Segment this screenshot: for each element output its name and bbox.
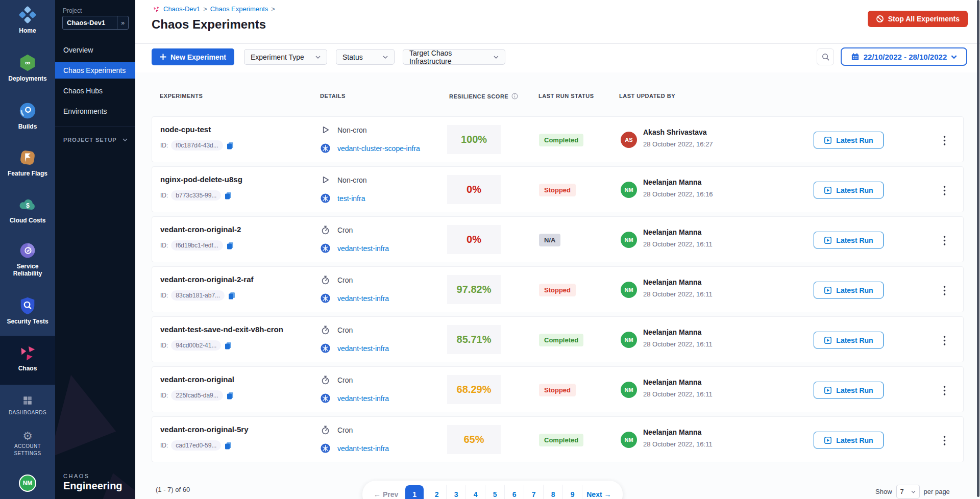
page-button-2[interactable]: 2 [427, 485, 446, 499]
resilience-score-value: 0% [467, 184, 481, 195]
latest-run-button[interactable]: Latest Run [814, 282, 884, 298]
infrastructure-link[interactable]: test-infra [337, 194, 365, 203]
expand-sidebar-button[interactable]: » [117, 16, 128, 29]
experiment-name[interactable]: nginx-pod-delete-u8sg [160, 175, 242, 184]
schedule-type: Cron [337, 276, 353, 284]
date-range-button[interactable]: 22/10/2022 - 28/10/2022 [841, 47, 967, 66]
experiment-row[interactable]: vedant-test-save-nd-exit-v8h-cron ID: 94… [152, 316, 964, 362]
module-label: Deployments [0, 75, 55, 82]
status-badge: Stopped [539, 184, 576, 196]
experiment-name[interactable]: vedant-test-save-nd-exit-v8h-cron [160, 325, 283, 334]
module-nav: Home ∞ Deployments Builds Feature Flags … [0, 0, 55, 499]
infrastructure-link[interactable]: vedant-test-infra [337, 344, 389, 353]
target-infrastructure-filter[interactable]: Target Chaos Infrastructure [403, 49, 505, 65]
schedule-type: Cron [337, 376, 353, 384]
latest-run-button[interactable]: Latest Run [814, 132, 884, 148]
arrow-right-icon: → [602, 490, 611, 498]
updated-by-name: Neelanjan Manna [643, 378, 701, 386]
latest-run-button[interactable]: Latest Run [814, 432, 884, 448]
search-button[interactable] [817, 48, 834, 65]
page-size-select[interactable]: 7 [896, 485, 920, 498]
infrastructure-link[interactable]: vedant-test-infra [337, 394, 389, 403]
sidebar-item-builds[interactable]: Builds [0, 101, 55, 130]
sidebar-item-home[interactable]: Home [0, 5, 55, 34]
page-button-1[interactable]: 1 [405, 485, 424, 499]
experiment-name[interactable]: vedant-cron-original-5ry [160, 425, 249, 434]
sidebar-item-chaos[interactable]: Chaos [0, 343, 55, 372]
copy-id-icon[interactable] [226, 241, 234, 250]
project-selector[interactable]: Chaos-Dev1 » [62, 16, 129, 30]
row-menu-button[interactable] [940, 185, 948, 195]
copy-id-icon[interactable] [228, 291, 236, 300]
copy-id-icon[interactable] [226, 141, 234, 149]
page-button-7[interactable]: 7 [524, 485, 543, 499]
nav-item-chaos-experiments[interactable]: Chaos Experiments [55, 62, 135, 79]
copy-id-icon[interactable] [224, 441, 232, 450]
info-icon[interactable] [511, 93, 518, 99]
row-menu-button[interactable] [940, 335, 948, 345]
experiment-row[interactable]: vedant-cron-original-5ry ID: cad17ed0-59… [152, 416, 964, 462]
infrastructure-link[interactable]: vedant-test-infra [337, 444, 389, 453]
page-button-9[interactable]: 9 [562, 485, 582, 499]
latest-run-button[interactable]: Latest Run [814, 232, 884, 248]
page-button-8[interactable]: 8 [543, 485, 562, 499]
sidebar-item-deployments[interactable]: ∞ Deployments [0, 53, 55, 82]
page-title: Chaos Experiments [152, 17, 266, 32]
stop-all-experiments-button[interactable]: Stop All Experiments [868, 11, 968, 27]
deployments-icon: ∞ [18, 53, 37, 72]
project-setup-toggle[interactable]: PROJECT SETUP [63, 137, 128, 143]
breadcrumb-link-project[interactable]: Chaos-Dev1 [163, 5, 200, 13]
row-menu-button[interactable] [940, 235, 948, 245]
experiment-row[interactable]: nginx-pod-delete-u8sg ID: b773c335-99...… [152, 166, 964, 212]
sidebar-item-feature-flags[interactable]: Feature Flags [0, 148, 55, 177]
schedule-line: Cron [321, 425, 353, 435]
page-button-3[interactable]: 3 [446, 485, 465, 499]
next-page-button[interactable]: Next → [582, 485, 615, 499]
experiment-name[interactable]: vedant-cron-original-2-raf [160, 275, 254, 284]
sidebar-item-security-tests[interactable]: Security Tests [0, 296, 55, 325]
copy-id-icon[interactable] [226, 391, 234, 400]
row-menu-button[interactable] [940, 385, 948, 395]
row-menu-button[interactable] [940, 135, 948, 145]
nav-item-overview[interactable]: Overview [55, 40, 135, 60]
row-menu-button[interactable] [940, 435, 948, 445]
experiment-row[interactable]: node-cpu-test ID: f0c187d4-43d... Non-cr… [152, 116, 964, 162]
copy-id-icon[interactable] [224, 191, 232, 199]
user-avatar: AS [621, 132, 637, 148]
experiment-name[interactable]: vedant-cron-original-2 [160, 225, 241, 234]
experiment-row[interactable]: vedant-cron-original-2-raf ID: 83cab181-… [152, 266, 964, 312]
prev-page-button[interactable]: ← Prev [370, 485, 402, 499]
sidebar-item-profile[interactable]: NM [0, 475, 55, 492]
latest-run-button[interactable]: Latest Run [814, 332, 884, 348]
sidebar-item-dashboards[interactable]: DASHBOARDS [0, 394, 55, 416]
user-avatar[interactable]: NM [19, 475, 36, 492]
breadcrumb-link-experiments[interactable]: Chaos Experiments [210, 5, 268, 13]
page-button-6[interactable]: 6 [504, 485, 524, 499]
experiment-name[interactable]: node-cpu-test [160, 125, 211, 134]
sidebar-item-account-settings[interactable]: ⚙ ACCOUNT SETTINGS [0, 430, 55, 457]
experiment-row[interactable]: vedant-cron-original ID: 225fcad5-da9...… [152, 366, 964, 412]
page-button-4[interactable]: 4 [465, 485, 485, 499]
sidebar-item-cloud-costs[interactable]: $ Cloud Costs [0, 195, 55, 224]
experiment-rows: node-cpu-test ID: f0c187d4-43d... Non-cr… [152, 116, 964, 466]
latest-run-label: Latest Run [836, 136, 873, 144]
new-experiment-button[interactable]: New Experiment [152, 48, 234, 65]
experiment-type-filter[interactable]: Experiment Type [244, 49, 327, 65]
experiment-row[interactable]: vedant-cron-original-2 ID: f6d19bc1-fedf… [152, 216, 964, 262]
status-filter[interactable]: Status [336, 49, 395, 65]
copy-id-icon[interactable] [224, 341, 232, 350]
infrastructure-link[interactable]: vedant-test-infra [337, 244, 389, 253]
row-menu-button[interactable] [940, 285, 948, 295]
latest-run-button[interactable]: Latest Run [814, 382, 884, 398]
infrastructure-link[interactable]: vedant-cluster-scope-infra [337, 144, 420, 153]
infrastructure-link[interactable]: vedant-test-infra [337, 294, 389, 303]
filter-label: Status [342, 53, 363, 61]
scrollbar[interactable] [977, 0, 979, 497]
experiment-id-line: ID: 225fcad5-da9... [160, 390, 234, 401]
latest-run-button[interactable]: Latest Run [814, 182, 884, 198]
nav-item-chaos-hubs[interactable]: Chaos Hubs [55, 81, 135, 101]
sidebar-item-service-reliability[interactable]: Service Reliability [0, 241, 55, 277]
page-button-5[interactable]: 5 [485, 485, 504, 499]
experiment-name[interactable]: vedant-cron-original [160, 375, 234, 384]
nav-item-environments[interactable]: Environments [55, 101, 135, 121]
